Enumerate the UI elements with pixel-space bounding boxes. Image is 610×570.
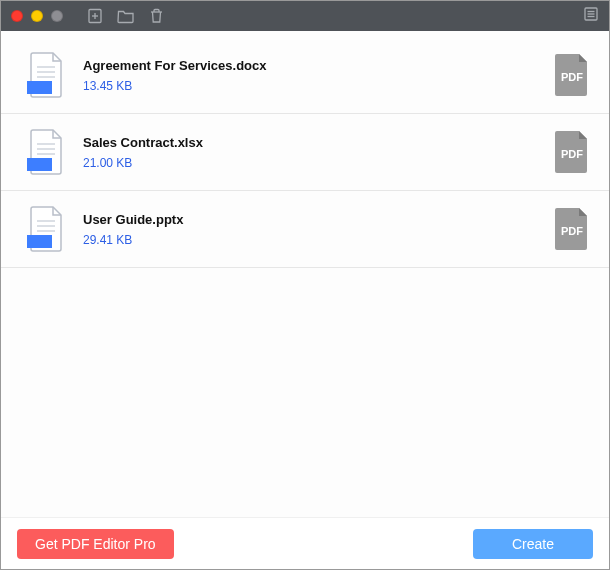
titlebar-left bbox=[11, 8, 164, 24]
get-pro-button[interactable]: Get PDF Editor Pro bbox=[17, 529, 174, 559]
file-size: 21.00 KB bbox=[83, 156, 553, 170]
trash-icon[interactable] bbox=[149, 8, 164, 24]
list-view-icon[interactable] bbox=[583, 6, 599, 26]
file-row[interactable]: User Guide.pptx 29.41 KB PDF bbox=[1, 191, 609, 268]
file-info: User Guide.pptx 29.41 KB bbox=[83, 212, 553, 247]
file-size: 29.41 KB bbox=[83, 233, 553, 247]
pdf-output-icon: PDF bbox=[553, 206, 591, 252]
pdf-output-icon: PDF bbox=[553, 52, 591, 98]
add-file-icon[interactable] bbox=[87, 8, 103, 24]
window-controls bbox=[11, 10, 63, 22]
svg-rect-20 bbox=[27, 235, 52, 248]
document-icon bbox=[27, 205, 67, 253]
minimize-window-button[interactable] bbox=[31, 10, 43, 22]
file-row[interactable]: Sales Contract.xlsx 21.00 KB PDF bbox=[1, 114, 609, 191]
svg-text:PDF: PDF bbox=[561, 225, 583, 237]
file-name: Sales Contract.xlsx bbox=[83, 135, 553, 150]
svg-rect-10 bbox=[27, 81, 52, 94]
svg-text:PDF: PDF bbox=[561, 71, 583, 83]
pdf-output-icon: PDF bbox=[553, 129, 591, 175]
file-size: 13.45 KB bbox=[83, 79, 553, 93]
close-window-button[interactable] bbox=[11, 10, 23, 22]
svg-text:PDF: PDF bbox=[561, 148, 583, 160]
document-icon bbox=[27, 51, 67, 99]
svg-rect-15 bbox=[27, 158, 52, 171]
create-button[interactable]: Create bbox=[473, 529, 593, 559]
file-info: Agreement For Services.docx 13.45 KB bbox=[83, 58, 553, 93]
file-name: User Guide.pptx bbox=[83, 212, 553, 227]
titlebar bbox=[1, 1, 609, 31]
toolbar bbox=[87, 8, 164, 24]
file-row[interactable]: Agreement For Services.docx 13.45 KB PDF bbox=[1, 37, 609, 114]
file-list: Agreement For Services.docx 13.45 KB PDF… bbox=[1, 31, 609, 517]
folder-icon[interactable] bbox=[117, 8, 135, 24]
document-icon bbox=[27, 128, 67, 176]
file-name: Agreement For Services.docx bbox=[83, 58, 553, 73]
file-info: Sales Contract.xlsx 21.00 KB bbox=[83, 135, 553, 170]
zoom-window-button[interactable] bbox=[51, 10, 63, 22]
footer: Get PDF Editor Pro Create bbox=[1, 517, 609, 569]
